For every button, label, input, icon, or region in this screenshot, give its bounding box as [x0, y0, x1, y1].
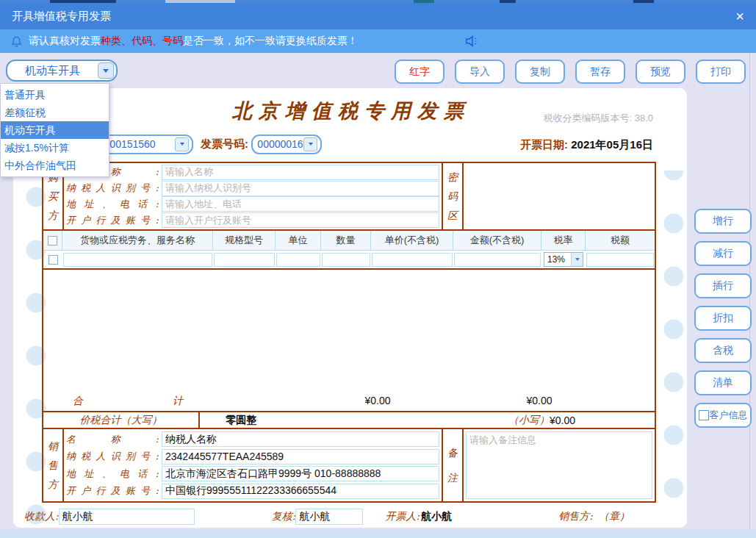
notice-text: 请认真核对发票种类、代码、号码是否一致，如不一致请更换纸质发票！ — [29, 35, 358, 48]
invoice-date-value: 2021年05月16日 — [571, 138, 653, 151]
amount-in-words-label: 价税合计（大写） — [43, 412, 200, 428]
items-table-header: 货物或应税劳务、服务名称 规格型号 单位 数量 单价(不含税) 金额(不含税) … — [43, 231, 655, 250]
preview-button[interactable]: 预览 — [636, 60, 685, 84]
row-checkbox[interactable] — [48, 255, 58, 265]
invoice-type-value: 机动车开具 — [7, 64, 98, 78]
menu-item-reduced-rate[interactable]: 减按1.5%计算 — [1, 139, 109, 157]
customer-info-checkbox[interactable] — [699, 410, 709, 420]
drawer-value: 航小航 — [421, 510, 452, 523]
seller-address-label: 地址、电话: — [66, 467, 159, 481]
seller-name-label: 名称: — [66, 433, 159, 446]
seller-bank-input[interactable]: 中国银行99955511122233366655544 — [162, 484, 439, 499]
red-letter-button[interactable]: 红字 — [395, 60, 444, 84]
purchaser-name-input[interactable]: 请输入名称 — [162, 165, 439, 180]
item-row: 13% — [43, 250, 655, 268]
invoice-number-label: 发票号码: — [201, 137, 248, 151]
purchaser-address-label: 地址、电话: — [66, 198, 159, 211]
seller-taxid-input[interactable]: 2342445577TEAA245589 — [162, 449, 439, 465]
unit-input[interactable] — [276, 253, 320, 267]
seller-seal-text: （章） — [599, 510, 630, 523]
invoice-form: 购买方 名称: 请输入名称 纳税人识别号: 请输入纳税人识别号 地址、电话: 请… — [42, 162, 656, 503]
invoice-number-select[interactable]: 00000016 — [251, 134, 322, 154]
header-quantity: 数量 — [321, 231, 371, 250]
chevron-down-icon[interactable] — [303, 137, 317, 151]
seller-address-input[interactable]: 北京市海淀区杏石口路甲9999号 010-88888888 — [162, 466, 439, 481]
header-goods-name: 货物或应税劳务、服务名称 — [62, 231, 213, 250]
row-action-panel: 增行 减行 插行 折扣 含税 清单 客户信息 — [694, 209, 752, 428]
purchaser-taxid-input[interactable]: 请输入纳税人识别号 — [162, 181, 439, 196]
goods-name-input[interactable] — [63, 253, 212, 267]
amount-small-value: ¥0.00 — [550, 415, 575, 426]
select-all-checkbox[interactable] — [48, 236, 57, 245]
invoice-number-value: 00000016 — [253, 138, 303, 150]
tax-amount-input[interactable] — [586, 253, 654, 267]
remark-input[interactable]: 请输入备注信息 — [466, 431, 652, 499]
chevron-down-icon[interactable] — [175, 137, 189, 151]
notice-bar: 请认真核对发票种类、代码、号码是否一致，如不一致请更换纸质发票！ — [0, 29, 756, 53]
menu-item-motor-vehicle[interactable]: 机动车开具 — [1, 121, 109, 139]
purchaser-taxid-label: 纳税人识别号: — [66, 182, 159, 195]
header-spec: 规格型号 — [213, 231, 276, 250]
unit-price-input[interactable] — [372, 253, 453, 267]
seller-fields: 名称: 纳税人名称 纳税人识别号: 2342445577TEAA245589 地… — [64, 429, 442, 501]
amount-input[interactable] — [454, 253, 541, 267]
chevron-down-icon[interactable] — [571, 253, 583, 266]
add-row-button[interactable]: 增行 — [694, 209, 752, 234]
invoice-type-select[interactable]: 机动车开具 — [6, 60, 118, 82]
invoice-paper: 税收分类编码版本号: 38.0 北京增值税专用发票 开票日期: 2021年05月… — [13, 88, 687, 528]
amount-in-words-row: 价税合计（大写） 零圆整 （小写） ¥0.00 — [42, 411, 656, 429]
bottom-edge-strip — [0, 530, 756, 538]
toolbar-buttons: 红字 导入 复制 暂存 预览 打印 — [395, 60, 746, 84]
invoice-date: 开票日期: 2021年05月16日 — [520, 138, 653, 152]
customer-info-button[interactable]: 客户信息 — [694, 403, 752, 428]
purchaser-bank-label: 开户行及账号: — [66, 214, 159, 227]
seller-section-label: 销售方 — [43, 429, 64, 501]
save-draft-button[interactable]: 暂存 — [575, 60, 625, 84]
payee-label: 收款人: — [24, 510, 59, 523]
seller-bank-label: 开户行及账号: — [66, 484, 159, 498]
decorative-holes-right — [663, 171, 684, 538]
totals-row: 合计 ¥0.00 ¥0.00 — [42, 392, 656, 411]
speaker-icon[interactable] — [464, 34, 480, 49]
amount-in-words-value: 零圆整 — [200, 412, 256, 428]
payee-input[interactable]: 航小航 — [59, 509, 195, 525]
remark-area: 请输入备注信息 — [464, 429, 655, 501]
invoice-date-label: 开票日期: — [520, 138, 568, 151]
purchaser-address-input[interactable]: 请输入地址、电话 — [162, 196, 439, 212]
insert-row-button[interactable]: 插行 — [694, 273, 752, 298]
spec-input[interactable] — [214, 253, 275, 267]
reviewer-input[interactable]: 航小航 — [295, 509, 363, 525]
chevron-down-icon[interactable] — [98, 62, 114, 79]
import-button[interactable]: 导入 — [455, 60, 505, 84]
reviewer-label: 复核: — [272, 510, 296, 523]
notice-highlight: 种类、代码、号码 — [101, 35, 183, 46]
tax-included-button[interactable]: 含税 — [694, 338, 752, 363]
copy-button[interactable]: 复制 — [515, 60, 565, 84]
print-button[interactable]: 打印 — [696, 60, 746, 84]
close-icon[interactable]: × — [735, 9, 744, 24]
amount-small-label: （小写） — [508, 414, 550, 427]
totals-label: 合计 — [73, 395, 183, 408]
invoice-type-menu: 普通开具 差额征税 机动车开具 减按1.5%计算 中外合作油气田 — [0, 83, 109, 177]
seller-section: 销售方 名称: 纳税人名称 纳税人识别号: 2342445577TEAA2455… — [42, 429, 656, 503]
header-unit: 单位 — [276, 231, 321, 250]
seller-name-input[interactable]: 纳税人名称 — [162, 431, 439, 447]
invoice-code-row: 00151560 发票号码: 00000016 — [84, 134, 322, 154]
menu-item-difference-tax[interactable]: 差额征税 — [1, 104, 109, 121]
quantity-input[interactable] — [322, 253, 370, 267]
password-area — [464, 163, 655, 229]
tax-rate-select[interactable]: 13% — [544, 252, 583, 267]
header-tax-amount: 税额 — [586, 231, 655, 250]
menu-item-oil-gas[interactable]: 中外合作油气田 — [1, 157, 109, 174]
purchaser-section: 购买方 名称: 请输入名称 纳税人识别号: 请输入纳税人识别号 地址、电话: 请… — [42, 162, 656, 231]
seller-seal-label: 销售方: — [558, 510, 593, 523]
remove-row-button[interactable]: 减行 — [694, 241, 752, 266]
items-table-empty-area — [42, 270, 656, 392]
menu-item-normal[interactable]: 普通开具 — [1, 86, 109, 104]
select-all-checkbox-cell — [43, 231, 62, 250]
seller-taxid-label: 纳税人识别号: — [66, 450, 159, 463]
list-button[interactable]: 清单 — [694, 370, 752, 395]
footer-row: 收款人: 航小航 复核: 航小航 开票人: 航小航 销售方: （章） — [24, 507, 671, 526]
purchaser-bank-input[interactable]: 请输入开户行及账号 — [162, 212, 439, 228]
discount-button[interactable]: 折扣 — [694, 306, 752, 331]
